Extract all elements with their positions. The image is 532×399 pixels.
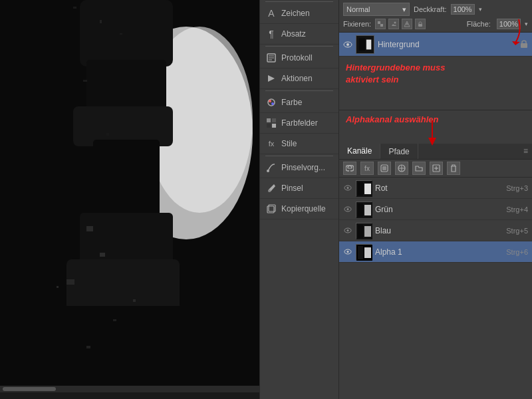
channel-folder-btn[interactable] (412, 162, 426, 175)
layer-item-hintergrund[interactable]: Hintergrund (339, 33, 532, 57)
channel-name-blau: Blau (375, 226, 503, 235)
opacity-arrow: ▾ (479, 6, 482, 13)
svg-rect-13 (83, 80, 87, 82)
channel-eye-alpha1[interactable] (343, 247, 352, 257)
channel-item-alpha1[interactable]: Alpha 1 Strg+6 (339, 241, 532, 263)
tab-kanale[interactable]: Kanäle (339, 144, 380, 159)
stile-icon: fx (265, 138, 277, 150)
channel-item-grun[interactable]: Grün Strg+4 (339, 199, 532, 220)
svg-rect-30 (267, 118, 271, 122)
svg-rect-8 (66, 259, 180, 313)
svg-rect-15 (86, 226, 93, 231)
svg-point-63 (347, 187, 349, 189)
pinselvorg-icon (265, 162, 277, 174)
channels-list: Rot Strg+3 Grün Strg+4 (339, 178, 532, 399)
lock-icons (375, 19, 426, 29)
panel-label-pinsel: Pinsel (281, 184, 303, 193)
svg-rect-21 (86, 346, 90, 348)
fill-label: Fläche: (467, 20, 491, 28)
svg-rect-32 (267, 124, 271, 128)
lock-transparent-btn[interactable] (375, 19, 386, 29)
svg-rect-80 (358, 246, 363, 259)
layer-lock-icon (520, 39, 528, 50)
panels-sidebar: A Zeichen ¶ Absatz Protokoll Aktionen Fa… (259, 0, 339, 399)
layer-thumbnail (356, 35, 374, 54)
channel-eye-blau[interactable] (343, 226, 352, 235)
channel-new-btn[interactable] (430, 162, 443, 175)
panel-label-stile: Stile (281, 139, 297, 148)
opacity-label: Deckkraft: (414, 5, 447, 13)
panel-item-kopierquelle[interactable]: Kopierquelle (260, 199, 338, 219)
channel-eye-grun[interactable] (343, 205, 352, 214)
lock-image-btn[interactable] (388, 19, 399, 29)
pinsel-icon (265, 182, 277, 194)
protokoll-icon (265, 52, 277, 64)
farbe-icon (265, 96, 277, 108)
svg-rect-75 (358, 225, 363, 238)
tab-pfade[interactable]: Pfade (380, 144, 418, 159)
absatz-icon: ¶ (265, 28, 277, 40)
annotation1-text: Hintergrundebene muss aktiviert sein (339, 57, 532, 91)
panel-item-pinselvorg[interactable]: Pinselvorg... (260, 158, 338, 178)
canvas-horizontal-scrollbar[interactable] (0, 386, 259, 392)
channel-item-rot[interactable]: Rot Strg+3 (339, 178, 532, 199)
channel-circle-btn[interactable] (395, 162, 408, 175)
channel-mask-btn[interactable] (378, 162, 391, 175)
scrollbar-thumb[interactable] (3, 387, 56, 391)
fill-value: 100% (497, 19, 521, 29)
svg-rect-52 (521, 43, 527, 48)
panel-item-farbe[interactable]: Farbe (260, 92, 338, 113)
svg-rect-40 (378, 24, 380, 27)
channel-delete-btn[interactable] (447, 162, 460, 175)
svg-rect-70 (358, 203, 363, 217)
svg-rect-38 (378, 21, 380, 24)
svg-rect-51 (366, 39, 371, 49)
svg-point-73 (347, 229, 349, 231)
panel-label-protokoll: Protokoll (281, 53, 313, 63)
panel-item-farbfelder[interactable]: Farbfelder (260, 113, 338, 134)
channels-panel-menu[interactable]: ≡ (519, 144, 532, 159)
panel-item-protokoll[interactable]: Protokoll (260, 48, 338, 68)
panel-label-farbfelder: Farbfelder (281, 118, 318, 128)
lock-position-btn[interactable] (402, 19, 412, 29)
svg-point-29 (271, 102, 274, 105)
svg-rect-18 (57, 286, 59, 288)
svg-rect-14 (106, 133, 109, 136)
channel-eye-rot[interactable] (343, 184, 352, 193)
channel-link-btn[interactable] (343, 162, 356, 175)
panel-item-aktionen[interactable]: Aktionen (260, 68, 338, 89)
svg-rect-17 (66, 279, 74, 285)
channel-name-alpha1: Alpha 1 (375, 247, 503, 257)
blend-mode-select[interactable]: Normal ▾ (343, 3, 410, 16)
layer-visibility-eye[interactable] (343, 40, 352, 49)
panel-item-zeichen[interactable]: A Zeichen (260, 3, 338, 24)
lock-all-btn[interactable] (415, 19, 426, 29)
svg-point-27 (268, 99, 275, 106)
channel-item-blau[interactable]: Blau Strg+5 (339, 220, 532, 241)
channel-shortcut-rot: Strg+3 (506, 184, 528, 192)
panel-item-stile[interactable]: fx Stile (260, 134, 338, 154)
panel-divider-3 (265, 90, 333, 91)
svg-rect-4 (86, 60, 166, 113)
blend-row: Normal ▾ Deckkraft: 100% ▾ (343, 3, 528, 16)
svg-rect-11 (100, 20, 102, 23)
panel-item-absatz[interactable]: ¶ Absatz (260, 24, 338, 45)
channels-toolbar: fx (339, 160, 532, 178)
channels-tabs: Kanäle Pfade ≡ (339, 144, 532, 160)
channel-thumbnail-alpha1 (356, 244, 372, 260)
svg-rect-12 (120, 33, 122, 35)
canvas-image (0, 0, 259, 386)
svg-rect-57 (382, 166, 386, 170)
svg-rect-39 (380, 24, 383, 27)
panel-item-pinsel[interactable]: Pinsel (260, 178, 338, 199)
svg-rect-16 (100, 253, 105, 257)
svg-rect-33 (272, 124, 276, 128)
svg-rect-81 (364, 247, 371, 258)
channel-fx-btn[interactable]: fx (360, 162, 374, 175)
zeichen-icon: A (265, 7, 277, 19)
svg-point-78 (347, 251, 349, 253)
opacity-value: 100% (451, 4, 475, 15)
panel-label-farbe: Farbe (281, 98, 302, 107)
fill-arrow: ▾ (525, 21, 528, 27)
channels-panel: Alphakanal auswählen Kanäle Pfade ≡ fx (339, 110, 532, 399)
